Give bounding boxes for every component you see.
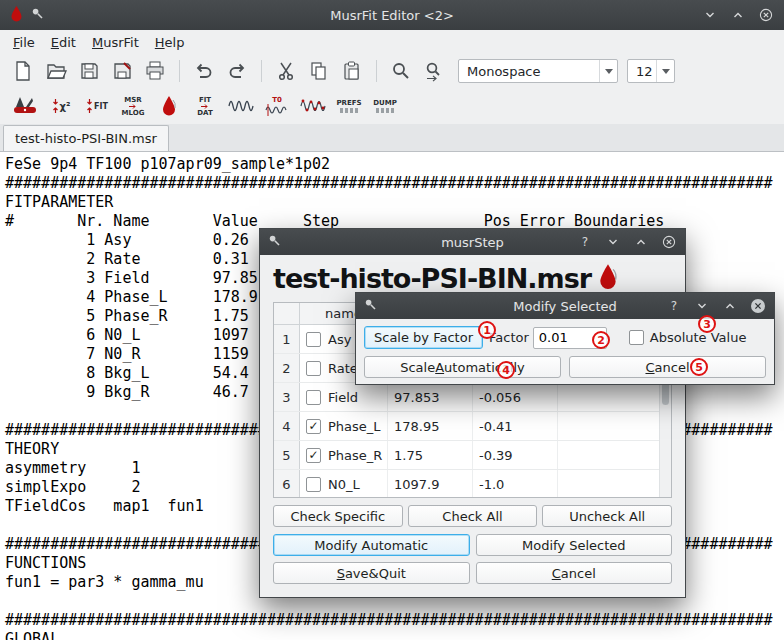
menu-musrfit[interactable]: MusrFit	[84, 32, 147, 53]
print-icon[interactable]	[140, 57, 170, 85]
close-icon[interactable]	[758, 7, 774, 23]
param-name: Phase_L	[328, 419, 381, 434]
pin-icon[interactable]	[31, 7, 44, 23]
maximize-button[interactable]	[633, 234, 649, 250]
redo-icon[interactable]	[222, 57, 252, 85]
mlog-label: MLOG	[122, 109, 145, 117]
row-checkbox[interactable]: ✓	[306, 419, 321, 434]
msr-label: MSR	[124, 96, 141, 104]
help-button[interactable]: ?	[577, 234, 593, 250]
check-all-button[interactable]: Check All	[408, 505, 538, 527]
param-step: -0.056	[473, 383, 558, 411]
menu-edit[interactable]: Edit	[43, 32, 84, 53]
new-file-icon[interactable]	[8, 57, 38, 85]
fit2dat-icon[interactable]: FIT DAT	[190, 91, 220, 121]
undo-icon[interactable]	[189, 57, 219, 85]
msr-file-heading: test-histo-PSI-BIN.msr	[273, 263, 672, 294]
table-row[interactable]: 3 Field 97.853 -0.056	[274, 383, 671, 412]
table-row[interactable]: 5 ✓Phase_R 1.75 -0.39	[274, 441, 671, 470]
copy-icon[interactable]	[304, 57, 334, 85]
musrview-icon[interactable]	[154, 91, 184, 121]
param-value: 1.75	[388, 441, 473, 469]
tabbar: test-histo-PSI-BIN.msr	[0, 124, 784, 152]
scale-by-factor-button[interactable]: Scale by Factor	[364, 326, 483, 349]
musrstep-titlebar: musrStep ?	[260, 229, 685, 255]
row-checkbox[interactable]	[306, 361, 321, 376]
table-row[interactable]: 4 ✓Phase_L 178.95 -0.41	[274, 412, 671, 441]
annotation-5: 5	[690, 358, 708, 376]
param-name: Asy	[328, 332, 351, 347]
table-row[interactable]: 6 N0_L 1097.9 -1.0	[274, 470, 671, 498]
dump-icon[interactable]: DUMP	[370, 91, 400, 121]
scale-automatically-button[interactable]: Scale Automatically	[364, 356, 561, 378]
close-icon[interactable]	[750, 298, 766, 314]
cancel-button[interactable]: Cancel	[569, 356, 766, 378]
toolbar-separator	[179, 60, 180, 82]
raw-data-icon[interactable]	[298, 91, 328, 121]
save-as-icon[interactable]	[107, 57, 137, 85]
paste-icon[interactable]	[337, 57, 367, 85]
t0-icon[interactable]: T0	[262, 91, 292, 121]
msr-file-name: test-histo-PSI-BIN.msr	[273, 263, 591, 294]
musrfit-editor-window: MusrFit Editor <2> File Edit MusrFit Hel…	[0, 0, 784, 640]
chisq-label: χ²	[60, 101, 71, 112]
cancel-button[interactable]: Cancel	[476, 562, 673, 584]
find-icon[interactable]	[386, 57, 416, 85]
minimize-button[interactable]	[694, 298, 710, 314]
font-size-select[interactable]: 12	[627, 59, 675, 83]
musrfit-knife-icon[interactable]	[10, 91, 40, 121]
cut-icon[interactable]	[271, 57, 301, 85]
save-icon[interactable]	[74, 57, 104, 85]
menubar: File Edit MusrFit Help	[0, 30, 784, 54]
dump-detail	[376, 108, 394, 113]
modify-selected-button[interactable]: Modify Selected	[476, 534, 673, 556]
param-name: Field	[328, 390, 358, 405]
font-family-value: Monospace	[467, 64, 599, 79]
row-checkbox[interactable]	[306, 332, 321, 347]
replace-icon[interactable]	[419, 57, 449, 85]
help-button[interactable]: ?	[666, 298, 682, 314]
close-icon[interactable]	[661, 234, 677, 250]
prefs-icon[interactable]: PREFS	[334, 91, 364, 121]
chevron-down-icon	[656, 60, 674, 82]
row-checkbox[interactable]	[306, 390, 321, 405]
param-name: N0_L	[328, 477, 360, 492]
absolute-value-checkbox[interactable]	[629, 330, 644, 345]
maximize-button[interactable]	[730, 7, 746, 23]
open-file-icon[interactable]	[41, 57, 71, 85]
param-step: -1.0	[473, 470, 558, 498]
param-name: Phase_R	[328, 448, 382, 463]
pin-icon[interactable]	[364, 298, 377, 314]
param-step: -0.39	[473, 441, 558, 469]
fit-icon[interactable]: FIT	[82, 91, 112, 121]
main-toolbar: Monospace 12	[0, 54, 784, 88]
maximize-button[interactable]	[722, 298, 738, 314]
musrfit-toolbar: χ² FIT MSR MLOG FIT DAT T0 PR	[0, 88, 784, 124]
font-family-select[interactable]: Monospace	[458, 59, 618, 83]
app-icon[interactable]	[10, 5, 23, 25]
row-number: 3	[274, 383, 300, 411]
toolbar-separator	[261, 60, 262, 82]
fit-label: FIT	[94, 102, 108, 111]
param-value: 97.853	[388, 383, 473, 411]
save-quit-button[interactable]: Save&Quit	[273, 562, 470, 584]
msr2mlog-icon[interactable]: MSR MLOG	[118, 91, 148, 121]
minimize-button[interactable]	[605, 234, 621, 250]
pin-icon[interactable]	[268, 234, 281, 250]
annotation-2: 2	[592, 331, 610, 349]
uncheck-all-button[interactable]: Uncheck All	[542, 505, 672, 527]
menu-help[interactable]: Help	[147, 32, 193, 53]
annotation-1: 1	[478, 321, 496, 339]
minimize-button[interactable]	[702, 7, 718, 23]
toolbar-separator	[376, 60, 377, 82]
row-checkbox[interactable]: ✓	[306, 448, 321, 463]
calc-chisq-icon[interactable]: χ²	[46, 91, 76, 121]
window-title: MusrFit Editor <2>	[0, 8, 784, 23]
row-checkbox[interactable]	[306, 477, 321, 492]
param-value: 1097.9	[388, 470, 473, 498]
plot-wave-icon[interactable]	[226, 91, 256, 121]
menu-file[interactable]: File	[5, 32, 43, 53]
check-specific-button[interactable]: Check Specific	[273, 505, 403, 527]
tab-msr-file[interactable]: test-histo-PSI-BIN.msr	[3, 125, 169, 151]
modify-automatic-button[interactable]: Modify Automatic	[273, 534, 470, 556]
